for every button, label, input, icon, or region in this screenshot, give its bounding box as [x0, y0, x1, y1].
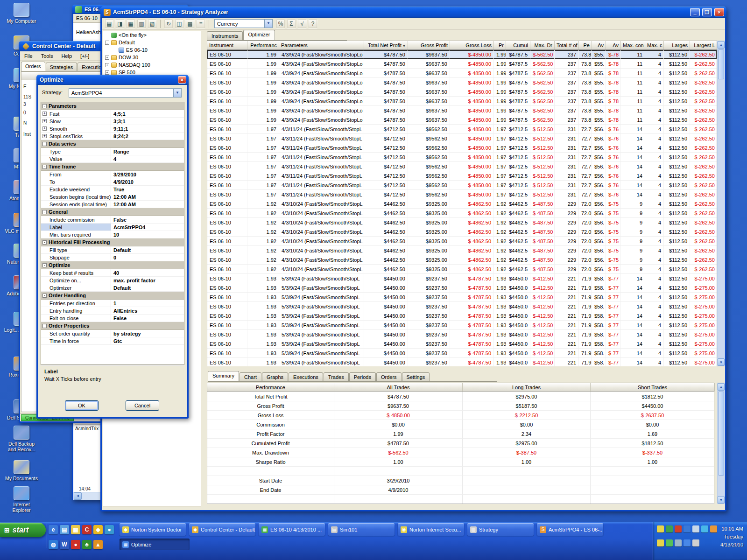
collapse-icon[interactable]: -: [42, 263, 47, 267]
show-desktop-icon[interactable]: ▤: [60, 525, 69, 534]
minimize-button[interactable]: _: [690, 8, 700, 16]
tray-volume-icon[interactable]: [692, 525, 699, 532]
start-button[interactable]: ⊞ start: [0, 523, 46, 537]
property-row[interactable]: Entries per direction1: [41, 300, 184, 307]
analyzer-titlebar[interactable]: S AcmStrPPO4 - ES 06-10 - Strategy Analy…: [100, 7, 726, 18]
column-header[interactable]: Larges: [664, 41, 690, 49]
property-value[interactable]: True: [111, 186, 184, 193]
property-value[interactable]: Default: [111, 284, 184, 291]
optimizer-result-row[interactable]: ES 06-101.974/3/11/24 (Fast/Slow/Smooth/…: [207, 171, 717, 181]
word-icon[interactable]: W: [60, 540, 69, 549]
taskbar-button[interactable]: ▤Sim101: [328, 523, 395, 536]
tree-node[interactable]: +NASDAQ 100: [103, 61, 201, 69]
property-value[interactable]: 4;5;1: [111, 110, 184, 117]
property-row[interactable]: Session ends (local time)12:00 AM: [41, 201, 184, 208]
property-row[interactable]: +StopLossTicks8;24;2: [41, 133, 184, 140]
save-icon[interactable]: ◨: [115, 19, 125, 28]
tab-chart[interactable]: Chart: [240, 372, 261, 381]
property-section-header[interactable]: -Order Properties: [41, 322, 184, 330]
tab-settings[interactable]: Settings: [402, 372, 430, 381]
property-value[interactable]: 8;24;2: [111, 133, 184, 140]
tree-expander-icon[interactable]: -: [105, 41, 109, 45]
scroll-up-icon[interactable]: ▲: [718, 383, 725, 391]
help-icon[interactable]: ?: [308, 19, 317, 28]
collapse-icon[interactable]: -: [42, 210, 47, 214]
tab-optimizer[interactable]: Optimizer: [243, 30, 275, 40]
taskbar-button[interactable]: ◆Norton System Doctor: [120, 523, 186, 536]
property-value[interactable]: 3;3;1: [111, 118, 184, 125]
optimizer-result-row[interactable]: ES 06-101.994/3/9/24 (Fast/Slow/Smooth/S…: [207, 97, 717, 106]
property-value[interactable]: Gtc: [111, 337, 184, 344]
cs-icon[interactable]: C: [82, 525, 92, 534]
scrollbar-thumb[interactable]: [718, 392, 724, 476]
column-header[interactable]: Total Net Profit▼: [364, 41, 408, 49]
property-value[interactable]: 10: [111, 231, 184, 238]
tray-network-icon[interactable]: [657, 525, 664, 532]
menu-file[interactable]: File: [20, 52, 37, 60]
refresh-icon[interactable]: ↻: [164, 19, 173, 28]
property-row[interactable]: Time in forceGtc: [41, 337, 184, 345]
desktop-icon[interactable]: My Computer: [4, 3, 39, 24]
column-header[interactable]: Av: [606, 41, 621, 49]
scroll-down-icon[interactable]: ▼: [718, 358, 725, 366]
tab-orders[interactable]: Orders: [376, 372, 402, 381]
scrollbar-thumb[interactable]: [718, 49, 724, 79]
property-row[interactable]: +Fast4;5;1: [41, 110, 184, 118]
optimizer-result-row[interactable]: ES 06-101.974/3/11/24 (Fast/Slow/Smooth/…: [207, 162, 717, 171]
property-row[interactable]: From3/29/2010: [41, 171, 184, 178]
property-value[interactable]: AcmStrPPO4: [111, 224, 184, 231]
optimizer-result-row[interactable]: ES 06-101.924/3/10/24 (Fast/Slow/Smooth/…: [207, 237, 717, 246]
optimizer-result-row[interactable]: ES 06-101.924/3/10/24 (Fast/Slow/Smooth/…: [207, 199, 717, 209]
optimizer-result-row[interactable]: ES 06-101.994/3/9/24 (Fast/Slow/Smooth/S…: [207, 50, 717, 59]
property-row[interactable]: Exclude weekendTrue: [41, 186, 184, 193]
summary-scrollbar[interactable]: ▲ ▼: [717, 383, 725, 504]
tray-clock-icon[interactable]: [692, 539, 699, 546]
desktop-icon[interactable]: Internet Explorer: [4, 486, 39, 513]
close-icon[interactable]: ×: [178, 76, 186, 84]
optimizer-result-row[interactable]: ES 06-101.935/3/9/24 (Fast/Slow/Smooth/S…: [207, 349, 717, 358]
expand-icon[interactable]: +: [42, 119, 47, 123]
collapse-icon[interactable]: -: [42, 240, 47, 245]
optimizer-result-row[interactable]: ES 06-101.935/3/9/24 (Fast/Slow/Smooth/S…: [207, 293, 717, 302]
collapse-icon[interactable]: -: [42, 324, 47, 328]
splitter[interactable]: [201, 30, 203, 506]
optimizer-result-row[interactable]: ES 06-101.994/3/9/24 (Fast/Slow/Smooth/S…: [207, 106, 717, 115]
optimize-dialog-titlebar[interactable]: Optimize ×: [36, 75, 189, 85]
grid-icon[interactable]: ▩: [185, 19, 195, 28]
internet-explorer-icon[interactable]: e: [49, 525, 58, 534]
property-section-header[interactable]: -Data series: [41, 140, 184, 148]
property-value[interactable]: False: [111, 216, 184, 223]
property-value[interactable]: 40: [111, 269, 184, 276]
optimizer-result-row[interactable]: ES 06-101.974/3/11/24 (Fast/Slow/Smooth/…: [207, 181, 717, 190]
tab-periods[interactable]: Periods: [349, 372, 376, 381]
expand-icon[interactable]: +: [42, 126, 47, 131]
property-row[interactable]: Optimize on...max. profit factor: [41, 277, 184, 284]
property-section-header[interactable]: -Order Handling: [41, 292, 184, 300]
property-row[interactable]: Session begins (local time)12:00 AM: [41, 193, 184, 201]
column-header[interactable]: Largest L: [690, 41, 718, 49]
property-value[interactable]: 0: [111, 254, 184, 261]
percent-icon[interactable]: %: [276, 19, 285, 28]
property-row[interactable]: LabelAcmStrPPO4: [41, 224, 184, 231]
optimizer-result-row[interactable]: ES 06-101.924/3/10/24 (Fast/Slow/Smooth/…: [207, 209, 717, 218]
restore-button[interactable]: ❐: [702, 8, 712, 16]
property-row[interactable]: Min. bars required10: [41, 231, 184, 238]
optimize-dialog[interactable]: Optimize × Strategy: AcmStrPPO4 ▼ -Param…: [36, 75, 189, 419]
globe-icon[interactable]: ◍: [49, 540, 58, 549]
taskbar-button[interactable]: ◆Control Center - Default: [189, 523, 255, 536]
optimizer-result-row[interactable]: ES 06-101.935/3/9/24 (Fast/Slow/Smooth/S…: [207, 311, 717, 321]
scroll-up-icon[interactable]: ▲: [718, 41, 725, 49]
tray-usb-icon[interactable]: [675, 539, 682, 546]
property-section-header[interactable]: -Optimize: [41, 261, 184, 269]
property-row[interactable]: Fill typeDefault: [41, 246, 184, 254]
tab-instruments[interactable]: Instruments: [207, 31, 243, 40]
column-header[interactable]: Max. Dr: [530, 41, 555, 49]
expand-icon[interactable]: +: [42, 134, 47, 138]
optimizer-result-row[interactable]: ES 06-101.935/3/9/24 (Fast/Slow/Smooth/S…: [207, 358, 717, 366]
cc-tab-strategies[interactable]: Strategies: [46, 63, 78, 71]
column-header[interactable]: Av: [592, 41, 606, 49]
property-row[interactable]: To4/9/2010: [41, 178, 184, 186]
tree-expander-icon[interactable]: +: [105, 56, 109, 60]
collapse-icon[interactable]: -: [42, 142, 47, 146]
column-header[interactable]: Max. con: [621, 41, 645, 49]
